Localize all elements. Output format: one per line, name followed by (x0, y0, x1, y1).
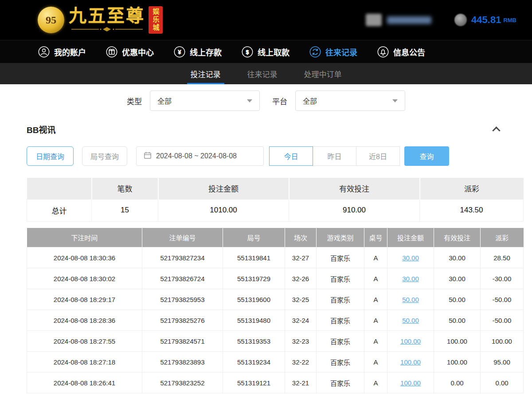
bet-amount-cell: 30.00 (387, 268, 434, 289)
platform-filter-label: 平台 (272, 95, 287, 106)
bets-cell: 521793823893 (142, 352, 223, 372)
balance-amount: 445.81 (471, 14, 501, 26)
bets-cell: 2024-08-08 18:30:02 (27, 268, 142, 289)
nav-item-4[interactable]: $线上取款 (241, 46, 289, 58)
bets-cell: 2024-08-08 18:29:17 (27, 289, 142, 310)
nav-item-label: 往来记录 (325, 46, 357, 58)
logo[interactable]: 95 九五至尊 娱乐城 (38, 6, 163, 34)
bets-cell: 100.00 (481, 331, 524, 352)
nav-item-label: 信息公告 (393, 46, 425, 58)
bets-header-cell: 下注时间 (27, 228, 142, 247)
table-row: 2024-08-08 18:27:18521793823893551319234… (27, 352, 524, 372)
collapse-chevron-up-icon[interactable] (492, 126, 500, 134)
nav-item-5[interactable]: 往来记录 (309, 46, 357, 58)
bet-amount-cell: 30.00 (387, 247, 434, 268)
balance-currency: RMB (503, 17, 516, 24)
bets-cell: 百家乐 (317, 310, 364, 331)
bets-cell: A (364, 310, 387, 331)
bets-cell: 551319121 (223, 372, 285, 393)
nav-item-6[interactable]: 信息公告 (377, 46, 425, 58)
bets-cell: 521793826724 (142, 268, 223, 289)
bets-cell: 32-23 (285, 331, 317, 352)
user-area: 445.81 RMB (366, 14, 516, 26)
bets-cell: 2024-08-08 18:27:55 (27, 331, 142, 352)
bets-cell: -50.00 (481, 289, 524, 310)
platform-filter-group: 平台 全部 (272, 90, 405, 111)
summary-total-label: 总计 (27, 199, 92, 221)
deposit-icon: ¥ (173, 46, 186, 58)
nav-item-label: 线上存款 (190, 46, 222, 58)
bets-cell: 2024-08-08 18:28:36 (27, 310, 142, 331)
bets-cell: 521793824571 (142, 331, 223, 352)
subnav-tab-2[interactable]: 往来记录 (246, 63, 279, 84)
round-query-button[interactable]: 局号查询 (82, 146, 127, 166)
nav-item-2[interactable]: 优惠中心 (106, 46, 154, 58)
bets-cell: 百家乐 (317, 331, 364, 352)
quick-range-group: 今日昨日近8日 (270, 146, 400, 166)
quick-range-button-1[interactable]: 今日 (269, 146, 313, 166)
bets-header-row: 下注时间注单编号局号场次游戏类别桌号投注金额有效投注派彩 (27, 228, 524, 247)
bets-header-cell: 投注金额 (387, 228, 434, 247)
bets-header-cell: 注单编号 (142, 228, 223, 247)
table-row: 2024-08-08 18:30:02521793826724551319729… (27, 268, 524, 289)
user-avatar-icon[interactable] (366, 14, 382, 26)
summary-header-cell: 投注金额 (158, 178, 289, 199)
platform-select[interactable]: 全部 (295, 90, 405, 111)
bet-amount-link[interactable]: 100.00 (400, 337, 421, 345)
bet-amount-link[interactable]: 100.00 (400, 358, 421, 366)
svg-text:$: $ (246, 49, 249, 55)
bets-cell: 551319480 (223, 310, 285, 331)
bets-cell: 551319234 (223, 352, 285, 372)
quick-range-button-3[interactable]: 近8日 (356, 146, 400, 166)
bets-cell: 32-27 (285, 247, 317, 268)
bets-cell: 32-21 (285, 372, 317, 393)
summary-table: 笔数投注金额有效投注派彩 总计151010.00910.00143.50 (27, 178, 524, 222)
bets-cell: 百家乐 (317, 289, 364, 310)
date-query-button[interactable]: 日期查询 (27, 146, 74, 166)
logo-emblem-icon: 95 (38, 7, 64, 33)
bet-amount-link[interactable]: 100.00 (400, 379, 421, 387)
bets-cell: 100.00 (434, 331, 481, 352)
bets-cell: 0.00 (481, 372, 524, 393)
chevron-down-icon (247, 99, 252, 102)
user-icon (38, 46, 50, 58)
bets-header-cell: 局号 (223, 228, 285, 247)
nav-item-label: 优惠中心 (122, 46, 154, 58)
bet-amount-link[interactable]: 30.00 (402, 254, 419, 262)
date-range-input[interactable]: 2024-08-08 ~ 2024-08-08 (136, 146, 264, 166)
bets-cell: 2024-08-08 18:27:18 (27, 352, 142, 372)
summary-value-cell: 15 (92, 199, 158, 221)
bets-cell: -30.00 (481, 268, 524, 289)
nav-item-1[interactable]: 我的账户 (38, 46, 86, 58)
bets-body: 2024-08-08 18:30:36521793827234551319841… (27, 247, 524, 393)
date-range-value: 2024-08-08 ~ 2024-08-08 (156, 152, 237, 160)
type-select[interactable]: 全部 (150, 90, 260, 111)
subnav-tab-3[interactable]: 处理中订单 (302, 63, 344, 84)
filters-row: 类型 全部 平台 全部 (0, 90, 532, 111)
bets-cell: -50.00 (481, 310, 524, 331)
bet-amount-link[interactable]: 30.00 (402, 275, 419, 282)
nav-item-label: 我的账户 (54, 46, 86, 58)
nav-item-label: 线上取款 (258, 46, 289, 58)
bets-cell: 95.00 (481, 352, 524, 372)
summary-header-cell: 笔数 (92, 178, 158, 199)
section-title: BB视讯 (27, 123, 55, 135)
bet-amount-cell: 50.00 (387, 289, 434, 310)
bets-cell: 32-25 (285, 289, 317, 310)
bet-amount-cell: 100.00 (387, 372, 434, 393)
svg-text:¥: ¥ (178, 49, 181, 55)
search-button[interactable]: 查询 (404, 146, 449, 166)
gift-icon (106, 46, 118, 58)
quick-range-button-2[interactable]: 昨日 (313, 146, 356, 166)
bet-amount-cell: 50.00 (387, 310, 434, 331)
sub-nav: 投注记录往来记录处理中订单 (0, 63, 532, 84)
nav-item-3[interactable]: ¥线上存款 (173, 46, 222, 58)
subnav-tab-1[interactable]: 投注记录 (189, 63, 223, 84)
bets-cell: 50.00 (434, 289, 481, 310)
query-toolbar: 日期查询 局号查询 2024-08-08 ~ 2024-08-08 今日昨日近8… (27, 146, 505, 166)
logo-badge: 娱乐城 (149, 6, 163, 34)
bets-header-cell: 有效投注 (434, 228, 481, 247)
table-row: 2024-08-08 18:26:41521793823252551319121… (27, 372, 524, 393)
bet-amount-link[interactable]: 50.00 (402, 317, 419, 324)
bet-amount-link[interactable]: 50.00 (402, 296, 419, 303)
